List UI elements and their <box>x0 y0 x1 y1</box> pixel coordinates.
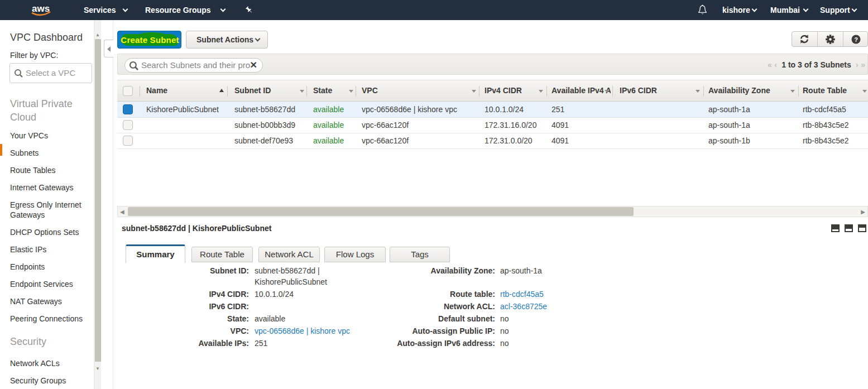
svg-text:?: ? <box>854 36 858 43</box>
svg-text:aws: aws <box>32 3 50 14</box>
